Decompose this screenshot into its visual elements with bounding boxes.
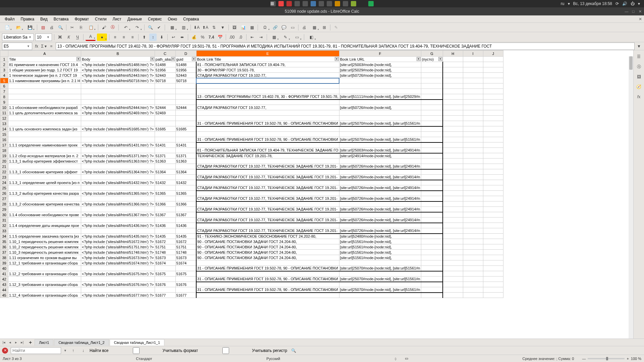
cell[interactable] (155, 277, 175, 282)
cell[interactable]: [site:url]51111#node-[node:nid], [site:u… (339, 94, 421, 100)
cell[interactable] (463, 271, 483, 277)
header-footer-button[interactable]: ▭ (289, 24, 296, 31)
define-print-area-button[interactable]: 🖨 (301, 24, 308, 31)
cell[interactable] (421, 126, 443, 132)
cell[interactable]: <?php include ('sites/all/html/51677.htm… (81, 293, 155, 298)
cell[interactable] (463, 153, 483, 159)
sheet-tab[interactable]: Сводная таблица_Лист1_1 (110, 339, 164, 346)
align-top-button[interactable]: ⬆ (141, 34, 148, 41)
cell[interactable] (421, 148, 443, 153)
cell[interactable] (421, 180, 443, 185)
cell[interactable]: Title▾ (8, 57, 81, 62)
cell[interactable] (483, 78, 503, 83)
tab-next-button[interactable]: ▸ (13, 340, 19, 345)
selection-mode[interactable]: ▭ (405, 356, 408, 361)
row-header[interactable]: 18 (0, 148, 8, 153)
cell[interactable] (175, 287, 196, 293)
clear-formatting-button[interactable]: Ⓐ (109, 24, 116, 31)
cell[interactable] (81, 94, 155, 100)
calc-icon[interactable] (368, 1, 374, 6)
menu-Данные[interactable]: Данные (125, 16, 145, 22)
row-header[interactable]: 22 (0, 169, 8, 175)
cell[interactable] (483, 89, 503, 94)
cell[interactable] (175, 207, 196, 212)
align-bottom-button[interactable]: ⬇ (158, 34, 165, 41)
wrap-button[interactable]: ↩ (170, 34, 177, 41)
cell[interactable]: [site:url]50726#node-[node:nid], [site:u… (339, 228, 421, 234)
cell[interactable] (463, 175, 483, 180)
cell[interactable]: 51685 (175, 126, 196, 132)
cell[interactable] (196, 100, 339, 105)
cell[interactable]: 51748 (175, 250, 196, 255)
undo-button[interactable]: ↶ (121, 24, 131, 31)
cell[interactable] (443, 180, 463, 185)
cell[interactable] (483, 153, 503, 159)
cell[interactable] (155, 132, 175, 137)
cell[interactable] (483, 255, 503, 260)
cell[interactable] (483, 180, 503, 185)
cell[interactable] (483, 234, 503, 239)
cell[interactable] (155, 94, 175, 100)
cell[interactable] (155, 218, 175, 223)
cell[interactable]: 51432 (175, 180, 196, 185)
formula-button[interactable]: = (48, 43, 54, 49)
row-button[interactable]: ▦ (167, 24, 177, 31)
cell[interactable]: 51685 (155, 126, 175, 132)
cell[interactable] (463, 196, 483, 201)
cell[interactable] (463, 148, 483, 153)
currency-button[interactable]: 💰 (190, 34, 198, 41)
cell[interactable] (483, 169, 503, 175)
row-header[interactable]: 20 (0, 159, 8, 164)
col-header[interactable]: D (175, 51, 196, 57)
cell[interactable]: path_alias▾ (155, 57, 175, 62)
cell[interactable] (421, 255, 443, 260)
match-case-checkbox[interactable]: Учитывать регистр (201, 347, 287, 354)
row-header[interactable]: 12 (0, 116, 8, 121)
cell[interactable] (443, 121, 463, 126)
close-button[interactable]: ✕ (638, 9, 642, 13)
cell[interactable] (443, 148, 463, 153)
cell[interactable]: [site:url]50726#node-[node:nid], (339, 105, 421, 110)
menu-Правка[interactable]: Правка (18, 16, 37, 22)
row-header[interactable]: 38 (0, 255, 8, 260)
cell[interactable]: 51677 (155, 293, 175, 298)
cell[interactable]: <?php include ('sites/all/html/51431.htm… (81, 142, 155, 148)
cell[interactable] (81, 89, 155, 94)
open-button[interactable]: 📂 (13, 24, 23, 31)
cell[interactable]: 51367 (175, 212, 196, 218)
cell[interactable] (81, 148, 155, 153)
cell[interactable] (463, 191, 483, 196)
cell[interactable]: 1.1.4 определение даты инициации прое (8, 223, 81, 228)
cell[interactable] (463, 282, 483, 287)
cell[interactable] (8, 185, 81, 191)
cell[interactable] (339, 89, 421, 94)
cell[interactable] (196, 260, 339, 266)
autofilter-button[interactable]: ▾ (171, 57, 175, 61)
cell[interactable] (463, 228, 483, 234)
merge-button[interactable]: ⬌ (178, 34, 186, 41)
cell[interactable]: 52444 (155, 105, 175, 110)
cell[interactable] (463, 218, 483, 223)
cell[interactable] (81, 121, 155, 126)
image-button[interactable]: 🖼 (231, 24, 238, 31)
cell[interactable]: 1.11 ограничения по срокам выдачи вы (8, 255, 81, 260)
cell[interactable] (155, 266, 175, 271)
cell[interactable]: <?php include ('sites/all/html/52444.htm… (81, 105, 155, 110)
cell[interactable]: 1.1.3_2 обоснование критериев качества (8, 201, 81, 207)
cell[interactable] (463, 89, 483, 94)
col-header[interactable]: E (196, 51, 339, 57)
cell[interactable]: 51435 (175, 234, 196, 239)
tab-last-button[interactable]: ▸| (19, 340, 25, 345)
cell[interactable] (443, 105, 463, 110)
cell[interactable] (196, 159, 339, 164)
cell[interactable] (196, 180, 339, 185)
cell[interactable]: 52444 (175, 105, 196, 110)
autofilter-button[interactable]: ▾ (150, 57, 154, 61)
cell[interactable] (443, 175, 463, 180)
cell[interactable]: [site:url]25070#node-[node:nid], [site:u… (339, 137, 421, 142)
cell[interactable]: Book Link Title▾ (196, 57, 339, 62)
cell[interactable] (421, 62, 443, 67)
cell[interactable] (8, 121, 81, 126)
cell[interactable] (421, 94, 443, 100)
cell[interactable]: <?php include ('sites/all/html/50718.htm… (81, 78, 155, 83)
